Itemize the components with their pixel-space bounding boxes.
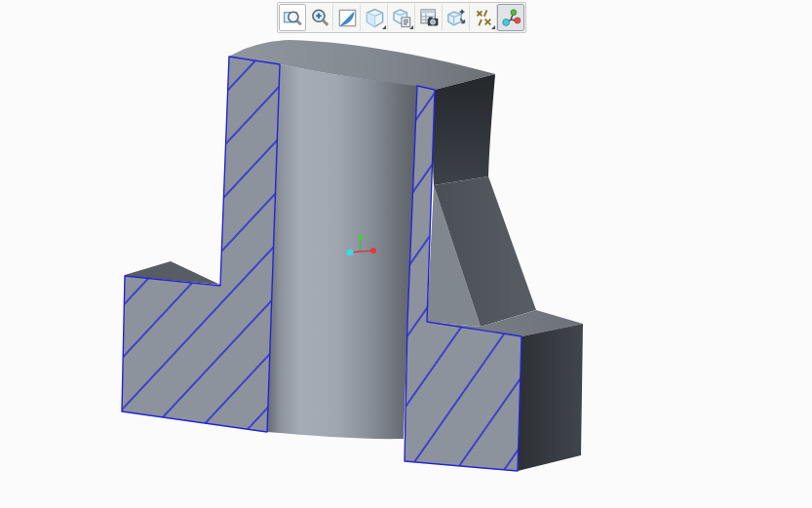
section-face-left[interactable]	[122, 57, 280, 432]
zoom-in-button[interactable]	[306, 4, 333, 31]
dropdown-arrow-icon	[491, 25, 495, 29]
outer-cylinder-face[interactable]	[433, 74, 495, 185]
annotation-display-icon	[446, 8, 467, 28]
zoom-in-icon	[310, 8, 330, 28]
repaint-icon	[337, 8, 358, 28]
model-root	[122, 40, 583, 471]
saved-orientations-button[interactable]	[388, 4, 415, 31]
flange-side-face-right[interactable]	[518, 324, 583, 471]
view-manager-icon	[419, 8, 440, 28]
spin-center-icon	[501, 8, 522, 28]
dropdown-arrow-icon	[382, 25, 386, 29]
inner-bore-surface[interactable]	[267, 64, 417, 439]
graphics-toolbar	[277, 2, 526, 33]
3d-viewport[interactable]	[0, 0, 812, 508]
annotation-display-button[interactable]	[443, 4, 470, 31]
repaint-button[interactable]	[333, 4, 361, 31]
display-style-button[interactable]	[361, 4, 388, 31]
datum-display-filters-button[interactable]	[470, 4, 497, 31]
view-manager-button[interactable]	[415, 4, 443, 31]
spin-center-button[interactable]	[497, 4, 524, 31]
dropdown-arrow-icon	[409, 25, 413, 29]
refit-button[interactable]	[279, 4, 306, 31]
spin-center-axis-up-dot	[358, 234, 363, 239]
spin-center-axis-left-dot	[346, 249, 353, 255]
spin-center-axis-right-dot	[370, 248, 376, 254]
refit-icon	[283, 8, 303, 28]
application-window	[0, 0, 812, 508]
